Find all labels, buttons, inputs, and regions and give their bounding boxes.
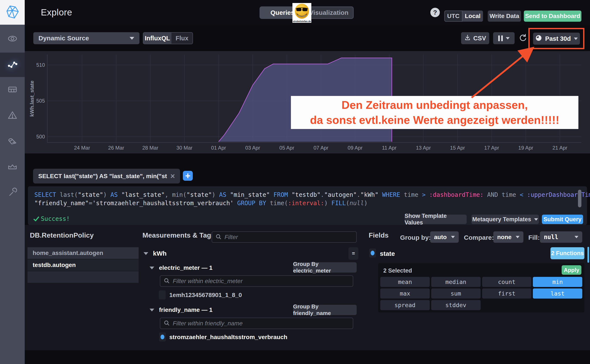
function-last[interactable]: last xyxy=(533,288,582,299)
caret-down-icon xyxy=(451,236,455,238)
x-axis-tick: 11 Apr xyxy=(376,145,402,151)
show-template-values-button[interactable]: Show Template Values xyxy=(405,215,467,224)
pause-refresh-button[interactable] xyxy=(493,32,515,44)
refresh-button[interactable] xyxy=(516,32,530,44)
chronograf-logo[interactable] xyxy=(0,0,25,25)
function-mean[interactable]: mean xyxy=(380,277,430,287)
group-by-dropdown[interactable]: auto xyxy=(430,231,459,243)
friendly-name-filter[interactable] xyxy=(160,318,353,329)
tag-value-label[interactable]: 1emh12345678901_1_8_0 xyxy=(169,292,242,299)
x-axis-tick: 26 Mar xyxy=(103,145,129,151)
submit-query-button[interactable]: Submit Query xyxy=(542,215,583,224)
code-line: SELECT last("state") AS "last_state", mi… xyxy=(34,191,574,199)
x-axis-tick: 03 Apr xyxy=(240,145,266,151)
close-icon[interactable]: × xyxy=(170,172,175,181)
compare-value: none xyxy=(497,234,512,240)
influxql-option[interactable]: InfluxQL xyxy=(143,33,171,44)
annotation-note: Den Zeitraum unbedingt anpassen, da sons… xyxy=(291,96,578,129)
x-axis-tick: 09 Apr xyxy=(342,145,368,151)
query-language-toggle: InfluxQL Flux xyxy=(143,32,193,44)
sidebar-item-admin[interactable] xyxy=(0,155,25,179)
flux-option[interactable]: Flux xyxy=(171,33,193,44)
download-csv-button[interactable]: CSV xyxy=(461,32,489,44)
eye-icon xyxy=(7,33,18,45)
chronograf-gem-icon xyxy=(5,4,20,21)
log-icon xyxy=(7,136,18,148)
group-by-friendly-name-button[interactable]: Group By friendly_name xyxy=(293,305,357,315)
query-code: SELECT last("state") AS "last_state", mi… xyxy=(34,191,574,207)
timezone-utc-option[interactable]: UTC xyxy=(444,11,462,22)
equals-badge[interactable]: = xyxy=(349,247,358,260)
query-builder: DB.RetentionPolicy home_assistant.autoge… xyxy=(25,225,590,350)
field-state-label[interactable]: state xyxy=(380,250,395,257)
query-tab[interactable]: SELECT last("state") AS "last_state", mi… xyxy=(33,169,180,183)
caret-down-icon xyxy=(149,309,154,312)
function-spread[interactable]: spread xyxy=(380,300,430,310)
function-min[interactable]: min xyxy=(533,277,582,287)
source-dropdown-value: Dynamic Source xyxy=(39,35,89,42)
functions-panel: 2 Selected Apply meanmediancountminmaxsu… xyxy=(378,263,584,312)
sidebar-item-host-list[interactable] xyxy=(0,27,25,51)
help-icon[interactable]: ? xyxy=(430,8,440,17)
db-retention-item[interactable]: home_assistant.autogen xyxy=(27,247,139,259)
db-retention-item-selected[interactable]: testdb.autogen xyxy=(27,259,139,271)
source-dropdown[interactable]: Dynamic Source xyxy=(33,32,140,44)
tag-value-label-selected[interactable]: stromzaehler_haushaltsstrom_verbrauch xyxy=(169,334,287,341)
watermark-logo: strobelstefan.de xyxy=(292,3,311,23)
tab-visualization[interactable]: Visualization xyxy=(305,7,353,18)
field-state-checkbox[interactable] xyxy=(369,248,376,258)
sidebar-item-log-viewer[interactable] xyxy=(0,130,25,154)
function-first[interactable]: first xyxy=(482,288,532,299)
measurements-filter[interactable] xyxy=(212,231,357,243)
tag-electric-meter-row[interactable]: electric_meter — 1 xyxy=(149,264,213,271)
crown-icon xyxy=(7,161,18,173)
metaquery-templates-dropdown[interactable]: Metaquery Templates xyxy=(471,215,539,224)
tag-value-checkbox-unchecked[interactable] xyxy=(159,290,166,299)
sidebar-nav xyxy=(0,0,25,364)
function-sum[interactable]: sum xyxy=(431,288,481,299)
functions-count-badge[interactable]: 2 Functions xyxy=(550,247,584,259)
explore-page: Explore Queries Visualization strobelste… xyxy=(0,0,590,364)
db-retention-empty-row xyxy=(27,271,139,283)
bottom-strip xyxy=(25,350,590,364)
sidebar-item-data-explorer[interactable] xyxy=(0,52,25,77)
dashboards-grid-icon xyxy=(7,84,18,96)
editor-scrollbar[interactable] xyxy=(578,190,581,207)
fill-dropdown[interactable]: null xyxy=(540,231,582,243)
compare-dropdown[interactable]: none xyxy=(493,231,523,243)
tag-friendly-name-row[interactable]: friendly_name — 1 xyxy=(149,306,213,313)
electric-meter-filter-input[interactable] xyxy=(173,278,349,285)
page-scrollbar[interactable] xyxy=(587,247,589,263)
write-data-button[interactable]: Write Data xyxy=(488,11,521,22)
friendly-name-filter-input[interactable] xyxy=(173,320,349,327)
x-axis-tick: 01 Apr xyxy=(206,145,231,151)
apply-button[interactable]: Apply xyxy=(562,265,581,275)
function-median[interactable]: median xyxy=(431,277,481,287)
measurement-kwh-row[interactable]: kWh xyxy=(144,250,167,257)
sidebar-item-alerting[interactable] xyxy=(0,104,25,128)
send-to-dashboard-button[interactable]: Send to Dashboard xyxy=(524,11,581,22)
y-axis-tick: 500 xyxy=(30,134,45,140)
page-title: Explore xyxy=(41,0,72,25)
function-stddev[interactable]: stddev xyxy=(431,300,481,310)
x-axis-tick: 05 Apr xyxy=(274,145,300,151)
x-axis-tick: 24 Mar xyxy=(69,145,95,151)
search-icon xyxy=(164,320,170,327)
measurements-filter-input[interactable] xyxy=(225,234,353,240)
sidebar-item-dashboards[interactable] xyxy=(0,78,25,102)
measurements-heading: Measurements & Tags xyxy=(142,231,215,239)
electric-meter-filter[interactable] xyxy=(160,275,353,287)
function-max[interactable]: max xyxy=(380,288,430,299)
group-by-electric-meter-button[interactable]: Group By electric_meter xyxy=(293,262,357,273)
tag-value-checkbox-checked[interactable] xyxy=(159,332,166,341)
top-nav: Explore Queries Visualization strobelste… xyxy=(25,0,590,25)
search-icon xyxy=(215,234,221,240)
sidebar-item-configuration[interactable] xyxy=(0,181,25,205)
wrench-icon xyxy=(7,187,18,199)
add-query-button[interactable]: + xyxy=(183,171,193,181)
y-axis-tick: 510 xyxy=(30,62,45,68)
x-axis-tick: 30 Mar xyxy=(171,145,197,151)
timezone-local-option[interactable]: Local xyxy=(462,11,483,22)
functions-grid: meanmediancountminmaxsumfirstlastspreads… xyxy=(380,277,582,310)
function-count[interactable]: count xyxy=(482,277,532,287)
